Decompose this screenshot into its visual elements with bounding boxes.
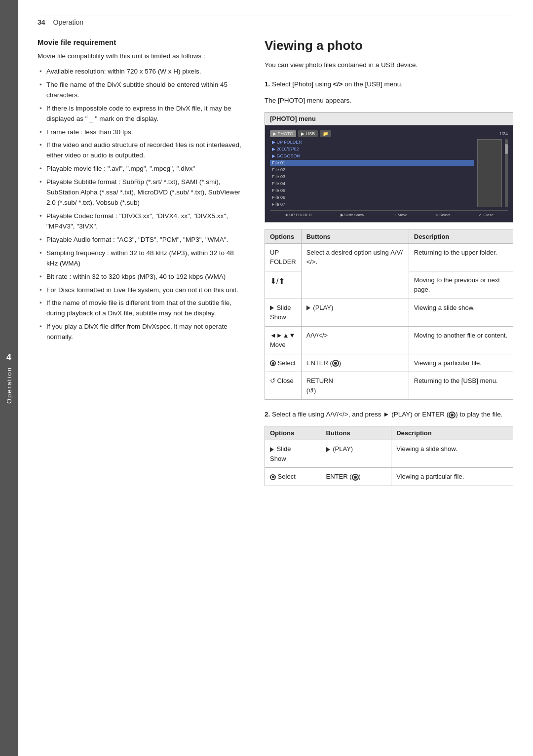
screen-folder-date: ▶ 2010/07/02 bbox=[270, 146, 474, 152]
table2-option-1: SlideShow bbox=[265, 440, 321, 468]
table1-button-3: (PLAY) bbox=[301, 299, 409, 326]
table2-header-buttons: Buttons bbox=[321, 426, 391, 440]
photo-menu-screen: ▶ PHOTO ▶ USB 📁 1/24 ▶ UP FOLDER bbox=[265, 125, 513, 222]
screen-scrollbar-thumb bbox=[505, 144, 508, 154]
table1-desc-5: Viewing a particular file. bbox=[409, 354, 513, 372]
screen-tab-usb: ▶ USB bbox=[298, 130, 318, 137]
left-intro: Movie file compatibility with this unit … bbox=[38, 51, 245, 62]
table-row: Select ENTER () Viewing a particular fil… bbox=[265, 468, 513, 486]
section-label: Operation bbox=[53, 18, 83, 26]
table1-desc-1: Returning to the upper folder. bbox=[409, 243, 513, 271]
screen-body: ▶ UP FOLDER ▶ 2010/07/02 ▶ GOGOSON File … bbox=[270, 139, 508, 207]
side-tab-number: 4 bbox=[6, 352, 11, 363]
table1-button-4: Λ/V/</> bbox=[301, 326, 409, 354]
table1-button-1: Select a desired option using Λ/V/ </>. bbox=[301, 243, 409, 299]
screen-scrollbar bbox=[505, 139, 508, 207]
table-row: Select ENTER () Viewing a particular fil… bbox=[265, 354, 513, 372]
screen-file-1: File 01 bbox=[270, 160, 474, 166]
top-rule: 34 Operation bbox=[38, 15, 513, 26]
page-number: 34 bbox=[38, 18, 45, 26]
list-item: For Discs formatted in Live file system,… bbox=[38, 285, 245, 296]
step1-number: 1. bbox=[265, 80, 270, 88]
table-row: SlideShow (PLAY) Viewing a slide show. bbox=[265, 299, 513, 326]
step1-content: Select [Photo] using </> on the [USB] me… bbox=[272, 80, 403, 88]
two-col: Movie file requirement Movie file compat… bbox=[38, 38, 513, 736]
side-tab: 4 Operation bbox=[0, 0, 18, 756]
left-column: Movie file requirement Movie file compat… bbox=[38, 38, 245, 736]
list-item: Playable Codec format : "DIVX3.xx", "DIV… bbox=[38, 211, 245, 232]
screen-file-5: File 05 bbox=[270, 188, 474, 193]
table2-button-1: (PLAY) bbox=[321, 440, 391, 468]
list-item: Playable movie file : ".avi", ".mpg", ".… bbox=[38, 164, 245, 174]
step1-sub: The [PHOTO] menu appears. bbox=[265, 96, 513, 106]
step2-number: 2. bbox=[265, 411, 270, 418]
table1-button-5: ENTER () bbox=[301, 354, 409, 372]
photo-menu-box: [PHOTO] menu ▶ PHOTO ▶ USB 📁 1/24 bbox=[265, 112, 513, 223]
table1-option-3: SlideShow bbox=[265, 299, 302, 326]
table1-desc-6: Returning to the [USB] menu. bbox=[409, 372, 513, 400]
bullet-list: Available resolution: within 720 x 576 (… bbox=[38, 67, 245, 342]
table1-option-4: ◄►▲▼Move bbox=[265, 326, 302, 354]
table2-desc-2: Viewing a particular file. bbox=[391, 468, 513, 486]
list-item: If there is impossible code to express i… bbox=[38, 104, 245, 124]
table1-desc-4: Moving to another file or content. bbox=[409, 326, 513, 354]
screen-file-6: File 06 bbox=[270, 194, 474, 200]
options-table-2: Options Buttons Description SlideShow (P… bbox=[265, 426, 513, 486]
page-wrapper: 4 Operation 34 Operation Movie file requ… bbox=[0, 0, 533, 756]
table1-option-2: ⬇/⬆ bbox=[265, 271, 302, 299]
subsection-title: Movie file requirement bbox=[38, 38, 245, 46]
list-item: If you play a DivX file differ from DivX… bbox=[38, 322, 245, 342]
screen-inner: ▶ PHOTO ▶ USB 📁 1/24 ▶ UP FOLDER bbox=[270, 130, 508, 217]
table1-header-description: Description bbox=[409, 229, 513, 243]
screen-file-7: File 07 bbox=[270, 201, 474, 207]
table1-option-6: ↺ Close bbox=[265, 372, 302, 400]
table1-desc-2: Moving to the previous or next page. bbox=[409, 271, 513, 299]
table2-header-options: Options bbox=[265, 426, 321, 440]
screen-btn-close: ✓ Close bbox=[479, 213, 494, 217]
list-item: The file name of the DivX subtitle shoul… bbox=[38, 80, 245, 101]
screen-btn-upfolder: ◄ UP FOLDER bbox=[284, 213, 312, 217]
screen-bottom-bar: ◄ UP FOLDER ▶ Slide Show ↔ Move ○ Select… bbox=[270, 210, 508, 217]
table1-header-buttons: Buttons bbox=[301, 229, 409, 243]
table2-desc-1: Viewing a slide show. bbox=[391, 440, 513, 468]
main-content: 34 Operation Movie file requirement Movi… bbox=[18, 0, 533, 756]
screen-btn-slideshow: ▶ Slide Show bbox=[341, 213, 364, 217]
table-row: SlideShow (PLAY) Viewing a slide show. bbox=[265, 440, 513, 468]
options-table-1: Options Buttons Description UPFOLDER Sel… bbox=[265, 229, 513, 400]
screen-folder-upfolder: ▶ UP FOLDER bbox=[270, 139, 474, 145]
right-column: Viewing a photo You can view photo files… bbox=[265, 38, 513, 736]
table1-header-options: Options bbox=[265, 229, 302, 243]
screen-file-3: File 03 bbox=[270, 174, 474, 180]
table2-button-2: ENTER () bbox=[321, 468, 391, 486]
list-item: Playable Audio format : "AC3", "DTS", "P… bbox=[38, 235, 245, 245]
list-item: Bit rate : within 32 to 320 kbps (MP3), … bbox=[38, 272, 245, 282]
table2-option-2: Select bbox=[265, 468, 321, 486]
step2-text: 2. Select a file using Λ/V/</>, and pres… bbox=[265, 410, 513, 420]
screen-top-bar: ▶ PHOTO ▶ USB 📁 1/24 bbox=[270, 130, 508, 137]
screen-file-4: File 04 bbox=[270, 181, 474, 187]
list-item: If the name of movie file is different f… bbox=[38, 298, 245, 319]
table1-option-1: UPFOLDER bbox=[265, 243, 302, 271]
table1-desc-3: Viewing a slide show. bbox=[409, 299, 513, 326]
table-row: ◄►▲▼Move Λ/V/</> Moving to another file … bbox=[265, 326, 513, 354]
section-heading: Viewing a photo bbox=[265, 38, 513, 53]
screen-folder-gogoson: ▶ GOGOSON bbox=[270, 153, 474, 159]
table-row: UPFOLDER Select a desired option using Λ… bbox=[265, 243, 513, 271]
screen-file-list: ▶ UP FOLDER ▶ 2010/07/02 ▶ GOGOSON File … bbox=[270, 139, 474, 207]
table-row: ↺ Close RETURN(↺) Returning to the [USB]… bbox=[265, 372, 513, 400]
screen-counter: 1/24 bbox=[499, 131, 508, 136]
screen-tab-photo: ▶ PHOTO bbox=[270, 130, 296, 137]
table2-header-description: Description bbox=[391, 426, 513, 440]
step1-text: 1. Select [Photo] using </> on the [USB]… bbox=[265, 79, 513, 90]
screen-file-2: File 02 bbox=[270, 167, 474, 173]
screen-thumbnail bbox=[477, 139, 502, 207]
right-intro: You can view photo files contained in a … bbox=[265, 60, 513, 71]
photo-menu-title: [PHOTO] menu bbox=[265, 113, 513, 125]
list-item: Playable Subtitle format : SubRip (*.srt… bbox=[38, 177, 245, 208]
list-item: Sampling frequency : within 32 to 48 kHz… bbox=[38, 248, 245, 269]
list-item: Available resolution: within 720 x 576 (… bbox=[38, 67, 245, 77]
list-item: Frame rate : less than 30 fps. bbox=[38, 127, 245, 138]
table1-button-6: RETURN(↺) bbox=[301, 372, 409, 400]
screen-btn-select: ○ Select bbox=[436, 213, 450, 217]
table1-option-5: Select bbox=[265, 354, 302, 372]
